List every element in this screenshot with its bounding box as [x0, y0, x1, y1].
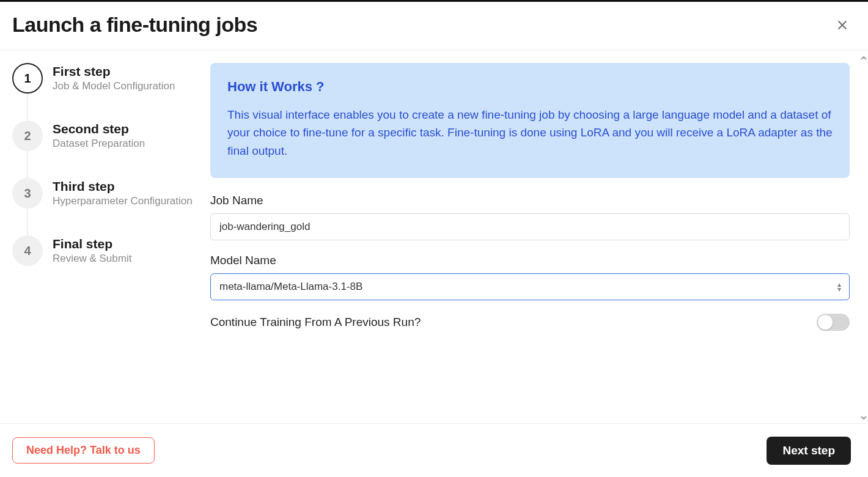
step-subtitle-3: Hyperparameter Configuration — [53, 195, 193, 207]
info-body: This visual interface enables you to cre… — [227, 106, 833, 160]
step-connector — [27, 209, 28, 237]
step-title-4: Final step — [53, 237, 131, 251]
job-name-field: Job Name — [210, 194, 850, 240]
step-4[interactable]: 4 Final step Review & Submit — [12, 235, 204, 266]
close-button[interactable] — [834, 17, 851, 34]
step-title-2: Second step — [53, 122, 145, 136]
step-connector — [27, 151, 28, 179]
step-connector — [27, 94, 28, 122]
continue-training-toggle[interactable] — [817, 314, 850, 331]
next-step-button[interactable]: Next step — [767, 437, 851, 465]
info-box: How it Works ? This visual interface ena… — [210, 63, 850, 178]
step-badge-1: 1 — [12, 63, 43, 94]
page-title: Launch a fine-tuning jobs — [12, 13, 257, 37]
model-name-field: Model Name meta-llama/Meta-Llama-3.1-8B … — [210, 254, 850, 300]
step-badge-4: 4 — [12, 235, 43, 266]
model-name-select[interactable]: meta-llama/Meta-Llama-3.1-8B — [210, 273, 850, 300]
step-2[interactable]: 2 Second step Dataset Preparation — [12, 120, 204, 178]
step-subtitle-2: Dataset Preparation — [53, 138, 145, 150]
toggle-knob — [818, 315, 833, 330]
model-name-value: meta-llama/Meta-Llama-3.1-8B — [219, 281, 362, 293]
step-subtitle-1: Job & Model Configuration — [53, 80, 175, 92]
stepper-sidebar: 1 First step Job & Model Configuration 2… — [0, 50, 210, 419]
step-subtitle-4: Review & Submit — [53, 253, 131, 265]
continue-training-label: Continue Training From A Previous Run? — [210, 316, 421, 329]
step-badge-2: 2 — [12, 120, 43, 151]
step-title-1: First step — [53, 64, 175, 79]
modal-header: Launch a fine-tuning jobs — [0, 2, 868, 50]
step-1[interactable]: 1 First step Job & Model Configuration — [12, 63, 204, 120]
main-content: How it Works ? This visual interface ena… — [210, 50, 868, 419]
need-help-button[interactable]: Need Help? Talk to us — [12, 437, 155, 464]
continue-training-row: Continue Training From A Previous Run? — [210, 314, 850, 331]
footer-bar: Need Help? Talk to us Next step — [0, 423, 868, 477]
step-title-3: Third step — [53, 179, 193, 194]
close-icon — [836, 18, 849, 32]
model-name-label: Model Name — [210, 254, 850, 267]
step-3[interactable]: 3 Third step Hyperparameter Configuratio… — [12, 178, 204, 235]
job-name-label: Job Name — [210, 194, 850, 207]
job-name-input[interactable] — [210, 213, 850, 240]
step-badge-3: 3 — [12, 178, 43, 209]
chevron-up-down-icon: ▴▾ — [837, 283, 841, 291]
info-title: How it Works ? — [227, 79, 833, 95]
